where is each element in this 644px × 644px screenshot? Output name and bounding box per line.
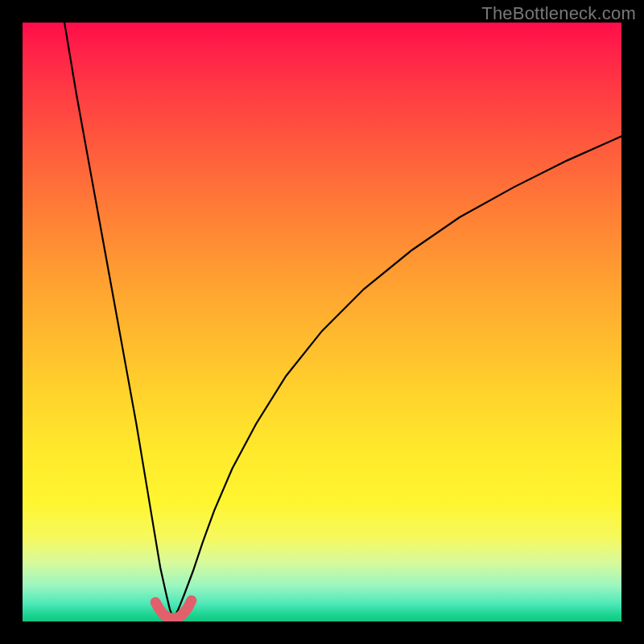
curve-right-branch: [173, 136, 621, 618]
curve-trough-highlight: [155, 601, 192, 618]
plot-area: [23, 23, 621, 621]
curve-left-branch: [64, 23, 173, 618]
chart-frame: TheBottleneck.com: [0, 0, 644, 644]
chart-svg: [23, 23, 621, 621]
watermark-text: TheBottleneck.com: [481, 3, 636, 24]
curve-group: [64, 23, 621, 618]
